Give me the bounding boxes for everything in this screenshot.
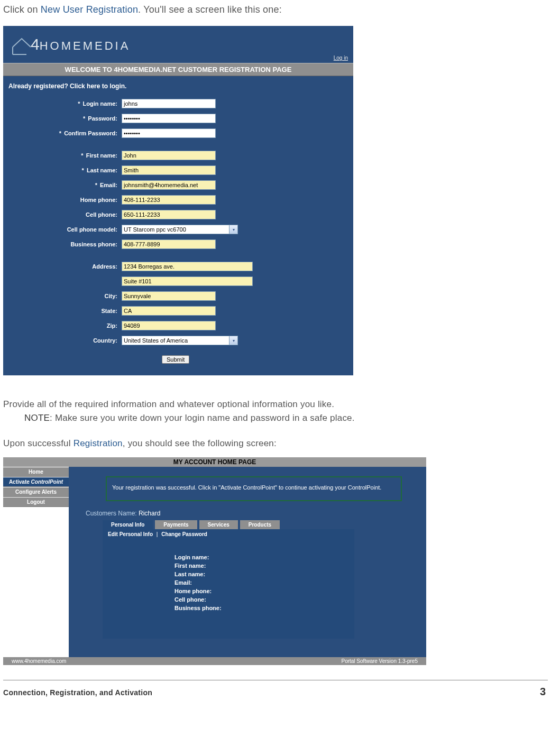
note-text: NOTE: Make sure you write down your logi…: [24, 413, 551, 423]
home-phone-input[interactable]: [122, 195, 216, 205]
intro-text: Click on New User Registration. You'll s…: [3, 4, 551, 15]
cell-phone-label: Cell phone:: [3, 211, 121, 218]
info-cell-phone: Cell phone:: [175, 595, 349, 604]
account-content: Your registration was successful. Click …: [69, 467, 426, 657]
confirm-password-label: * Confirm Password:: [3, 130, 121, 136]
sidebar-item-alerts[interactable]: Configure Alerts: [3, 487, 69, 497]
customer-name-value: Richard: [139, 510, 160, 517]
subtab-change-password[interactable]: Change Password: [161, 531, 207, 537]
footer-page-number: 3: [540, 686, 546, 698]
footer-version: Portal Software Version 1.3-pre5: [341, 658, 418, 664]
last-name-label: * Last name:: [3, 167, 121, 173]
logo-name: HOMEMEDIA: [40, 39, 131, 52]
city-label: City:: [3, 293, 121, 299]
welcome-bar: WELCOME TO 4HOMEMEDIA.NET CUSTOMER REGIS…: [3, 63, 353, 76]
cell-model-select[interactable]: UT Starcom ppc vc6700 ▾: [122, 225, 238, 234]
business-phone-input[interactable]: [122, 239, 216, 249]
success-message: Your registration was successful. Click …: [106, 476, 402, 501]
customer-name-row: Customers Name: Richard: [86, 510, 419, 517]
info-email: Email:: [175, 578, 349, 587]
tab-personal-info[interactable]: Personal Info: [103, 520, 153, 529]
account-home-screenshot: MY ACCOUNT HOME PAGE Home Activate Contr…: [3, 457, 426, 665]
home-phone-label: Home phone:: [3, 197, 121, 203]
zip-input[interactable]: [122, 321, 216, 330]
address-label: Address:: [3, 263, 121, 270]
note-label: NOTE: [24, 413, 50, 423]
new-user-registration-link[interactable]: New User Registration: [41, 4, 138, 15]
account-tabs: Personal Info Payments Services Products: [103, 520, 419, 529]
info-home-phone: Home phone:: [175, 587, 349, 595]
registration-screenshot: 4HOMEMEDIA Log in WELCOME TO 4HOMEMEDIA.…: [3, 26, 353, 375]
cell-model-label: Cell phone model:: [3, 226, 121, 233]
confirm-password-input[interactable]: [122, 128, 216, 138]
first-name-input[interactable]: [122, 151, 216, 160]
state-input[interactable]: [122, 306, 216, 316]
password-input[interactable]: [122, 114, 216, 123]
business-phone-label: Business phone:: [3, 241, 121, 247]
cell-phone-input[interactable]: [122, 210, 216, 219]
address-line1-input[interactable]: [122, 262, 253, 271]
last-name-input[interactable]: [122, 165, 216, 175]
customer-name-label: Customers Name:: [86, 510, 139, 517]
submit-button[interactable]: Submit: [162, 355, 189, 364]
chevron-down-icon: ▾: [229, 225, 237, 234]
zip-label: Zip:: [3, 322, 121, 329]
info-login-name: Login name:: [175, 553, 349, 561]
country-label: Country:: [3, 337, 121, 344]
info-first-name: First name:: [175, 561, 349, 570]
already-registered-link[interactable]: Already registered? Click here to login.: [3, 76, 353, 93]
login-link[interactable]: Log in: [334, 55, 348, 61]
provide-info-text: Provide all of the required information …: [3, 399, 551, 410]
personal-info-panel: Login name: First name: Last name: Email…: [103, 539, 354, 639]
login-name-label: * Login name:: [3, 100, 121, 107]
tab-payments[interactable]: Payments: [155, 520, 197, 529]
info-business-phone: Business phone:: [175, 604, 349, 612]
upon-success-text: Upon successful Registration, you should…: [3, 438, 551, 449]
state-label: State:: [3, 308, 121, 314]
registration-form: * Login name: * Password: * Confirm Pass…: [3, 93, 353, 375]
page-divider: [3, 680, 548, 680]
logo-header: 4HOMEMEDIA Log in: [3, 26, 353, 63]
logo-mark-icon: [11, 33, 33, 56]
sidebar-item-logout[interactable]: Logout: [3, 497, 69, 507]
logo-text: 4HOMEMEDIA: [31, 35, 130, 53]
email-label: * Email:: [3, 182, 121, 188]
sidebar-item-home[interactable]: Home: [3, 467, 69, 477]
cell-model-value: UT Starcom ppc vc6700: [122, 226, 229, 233]
tab-products[interactable]: Products: [240, 520, 280, 529]
sidebar-item-activate[interactable]: Activate ControlPoint: [3, 477, 69, 487]
city-input[interactable]: [122, 291, 216, 301]
required-asterisk: *: [78, 100, 80, 107]
chevron-down-icon: ▾: [229, 336, 237, 345]
country-value: United States of America: [122, 337, 229, 344]
email-input[interactable]: [122, 180, 216, 190]
sidebar: Home Activate ControlPoint Configure Ale…: [3, 467, 69, 657]
registration-link[interactable]: Registration: [74, 438, 123, 448]
login-name-input[interactable]: [122, 99, 216, 108]
intro-prefix: Click on: [3, 4, 41, 15]
intro-suffix: . You'll see a screen like this one:: [138, 4, 282, 15]
info-last-name: Last name:: [175, 570, 349, 578]
password-label: * Password:: [3, 115, 121, 122]
sub-tabs: Edit Personal Info | Change Password: [103, 529, 354, 539]
subtab-separator: |: [157, 531, 158, 537]
portal-footer: www.4homemedia.com Portal Software Versi…: [3, 657, 426, 665]
page-footer: Connection, Registration, and Activation…: [0, 686, 551, 702]
address-line2-input[interactable]: [122, 276, 253, 286]
footer-section-title: Connection, Registration, and Activation: [3, 688, 152, 697]
country-select[interactable]: United States of America ▾: [122, 336, 238, 345]
subtab-edit-personal[interactable]: Edit Personal Info: [108, 531, 153, 537]
tab-services[interactable]: Services: [199, 520, 238, 529]
first-name-label: * First name:: [3, 152, 121, 159]
account-title-bar: MY ACCOUNT HOME PAGE: [3, 457, 426, 467]
footer-url: www.4homemedia.com: [12, 658, 66, 664]
